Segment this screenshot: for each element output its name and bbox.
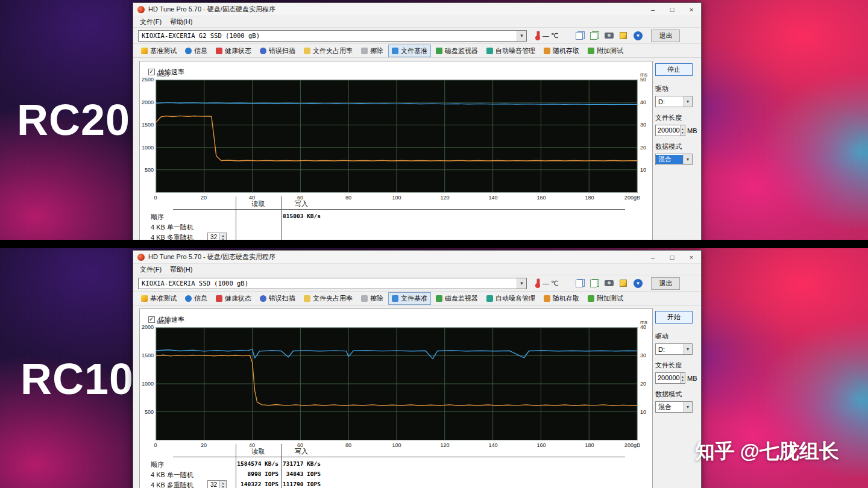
stepper-arrows-icon[interactable]: ▲▼ (219, 233, 226, 240)
data-mode-dropdown[interactable]: 混合 ▾ (655, 154, 693, 165)
drive-select[interactable]: KIOXIA-EXCERIA SSD (1000 gB) ▾ (138, 278, 527, 289)
maximize-button[interactable]: □ (662, 3, 682, 16)
queue-depth-stepper[interactable]: 32 ▲▼ (207, 233, 227, 240)
tab-file-benchmark[interactable]: 文件基准 (388, 45, 431, 57)
tab-label: 健康状态 (225, 46, 251, 55)
tab-folder-usage[interactable]: 文件夹占用率 (300, 292, 356, 305)
sequential-write-value: 815003 KB/s (281, 213, 321, 219)
minimize-button[interactable]: – (643, 3, 662, 16)
toolbar: KIOXIA-EXCERIA SSD (1000 gB) ▾ — ℃ ▼ 退出 (133, 275, 701, 292)
copy-image-button[interactable] (587, 277, 602, 290)
tab-random-access[interactable]: 随机存取 (540, 45, 583, 57)
tab-health[interactable]: 健康状态 (212, 292, 255, 305)
tab-label: 附加测试 (597, 294, 623, 303)
tab-file-benchmark[interactable]: 文件基准 (388, 292, 431, 305)
file-length-input[interactable]: 200000 ▲▼ (655, 125, 685, 136)
random-access-icon (544, 48, 550, 54)
drive-select[interactable]: KIOXIA-EXCERIA G2 SSD (1000 gB) ▾ (138, 30, 527, 42)
data-mode-dropdown[interactable]: 混合 ▾ (655, 401, 693, 413)
tab-extra-tests[interactable]: 附加测试 (584, 292, 627, 305)
stepper-arrows-icon[interactable]: ▲▼ (219, 481, 226, 488)
health-icon (216, 295, 222, 302)
download-icon: ▼ (634, 279, 643, 288)
tab-info[interactable]: 信息 (181, 45, 211, 57)
tab-error-scan[interactable]: 错误扫描 (256, 45, 299, 57)
file-benchmark-panel: 传输速率 MB/s ms 200015001000500 40302010 02… (139, 308, 653, 488)
y-axis: 200015001000500 (140, 327, 156, 440)
chevron-down-icon: ▾ (683, 344, 692, 354)
stepper-arrows-icon[interactable]: ▲▼ (680, 373, 685, 383)
tab-health[interactable]: 健康状态 (212, 45, 255, 57)
4k-multi-read-value: 140322 IOPS (230, 481, 278, 487)
tab-bar: 基准测试 信息 健康状态 错误扫描 文件夹占用率 擦除 文件基准 磁盘监视器 自… (133, 44, 701, 58)
plot-area (156, 80, 638, 193)
write-column-header: 写入 (281, 199, 322, 208)
menu-bar: 文件(F) 帮助(H) (133, 16, 701, 28)
close-button[interactable]: × (682, 251, 701, 263)
options-button[interactable] (616, 30, 631, 42)
copy-image-button[interactable] (587, 30, 602, 42)
menu-file[interactable]: 文件(F) (136, 265, 166, 274)
health-icon (216, 48, 222, 54)
row-label-4k-multi: 4 KB 多重随机 (151, 233, 193, 240)
tab-aam[interactable]: 自动噪音管理 (483, 45, 539, 57)
save-results-button[interactable]: ▼ (631, 30, 645, 42)
row-label-4k-multi: 4 KB 多重随机 (151, 481, 193, 488)
copy-text-button[interactable] (573, 30, 587, 42)
tab-label: 文件基准 (401, 46, 427, 55)
tab-extra-tests[interactable]: 附加测试 (584, 45, 627, 57)
menu-file[interactable]: 文件(F) (136, 17, 166, 27)
exit-button[interactable]: 退出 (651, 277, 680, 290)
queue-depth-stepper[interactable]: 32 ▲▼ (207, 480, 227, 488)
random-access-icon (544, 295, 550, 302)
screenshot-button[interactable] (602, 277, 616, 290)
close-button[interactable]: × (682, 3, 701, 16)
copy-text-button[interactable] (573, 277, 587, 290)
row-label-sequential: 顺序 (151, 213, 164, 222)
screenshot-button[interactable] (602, 30, 616, 42)
file-length-unit: MB (687, 375, 697, 382)
read-column-header: 读取 (236, 199, 281, 208)
tab-label: 自动噪音管理 (495, 46, 535, 55)
stepper-arrows-icon[interactable]: ▲▼ (680, 125, 685, 136)
tab-disk-monitor[interactable]: 磁盘监视器 (432, 45, 482, 57)
options-button[interactable] (616, 277, 631, 290)
tab-label: 基准测试 (150, 294, 177, 303)
tab-label: 文件基准 (401, 294, 427, 303)
maximize-button[interactable]: □ (662, 251, 682, 263)
stop-button[interactable]: 停止 (655, 63, 693, 76)
minimize-button[interactable]: – (643, 251, 662, 263)
disk-monitor-icon (436, 48, 442, 54)
save-results-button[interactable]: ▼ (631, 277, 645, 290)
menu-help[interactable]: 帮助(H) (166, 265, 197, 274)
file-length-input[interactable]: 200000 ▲▼ (655, 372, 685, 384)
chart-svg (156, 80, 637, 192)
sequential-read-value: 1584574 KB/s (230, 460, 278, 467)
tab-benchmark[interactable]: 基准测试 (137, 292, 180, 305)
tab-folder-usage[interactable]: 文件夹占用率 (300, 45, 356, 57)
tab-aam[interactable]: 自动噪音管理 (483, 292, 539, 305)
checkbox-checked-icon (148, 69, 155, 75)
x-axis: 020406080100120140160180200gB (156, 442, 638, 449)
tab-info[interactable]: 信息 (181, 292, 211, 305)
folder-icon (304, 295, 310, 302)
target-drive-dropdown[interactable]: D: ▾ (655, 96, 693, 107)
tab-error-scan[interactable]: 错误扫描 (256, 292, 299, 305)
target-drive-dropdown[interactable]: D: ▾ (655, 343, 693, 355)
tab-random-access[interactable]: 随机存取 (540, 292, 583, 305)
exit-button[interactable]: 退出 (651, 30, 680, 42)
tab-erase[interactable]: 擦除 (357, 45, 387, 57)
tab-benchmark[interactable]: 基准测试 (137, 45, 180, 57)
start-button[interactable]: 开始 (655, 311, 693, 324)
file-length-value: 200000 (656, 125, 680, 136)
tab-erase[interactable]: 擦除 (357, 292, 387, 305)
tab-disk-monitor[interactable]: 磁盘监视器 (432, 292, 482, 305)
tab-label: 基准测试 (150, 46, 177, 55)
chevron-down-icon: ▾ (683, 96, 692, 107)
toolbar: KIOXIA-EXCERIA G2 SSD (1000 gB) ▾ — ℃ ▼ … (133, 28, 701, 44)
disk-monitor-icon (436, 295, 442, 302)
thermometer-icon (535, 31, 540, 40)
y-axis-unit: MB/s (157, 72, 169, 78)
menu-help[interactable]: 帮助(H) (166, 17, 197, 27)
file-benchmark-icon (392, 295, 398, 302)
